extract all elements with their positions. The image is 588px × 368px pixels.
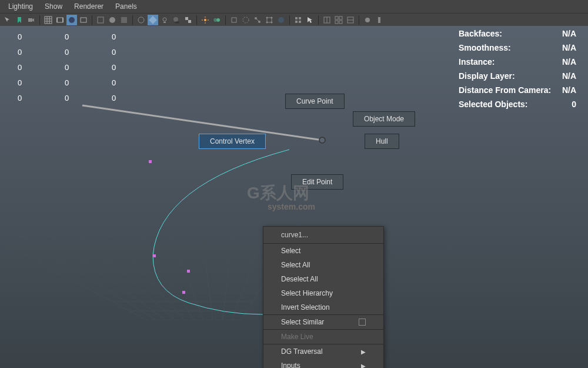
cell: 0 bbox=[65, 32, 112, 41]
xray-icon[interactable] bbox=[240, 15, 251, 25]
shadows-icon[interactable] bbox=[171, 15, 182, 25]
grid-floor bbox=[0, 226, 300, 320]
context-inputs[interactable]: Inputs▶ bbox=[263, 359, 383, 368]
layout-icon[interactable] bbox=[322, 15, 332, 25]
context-select[interactable]: Select bbox=[263, 244, 383, 258]
expose-icon[interactable] bbox=[293, 15, 303, 25]
svg-point-39 bbox=[271, 16, 273, 18]
info-label: Selected Objects: bbox=[459, 100, 553, 114]
motion-blur-icon[interactable] bbox=[212, 15, 222, 25]
gate-mask-icon[interactable] bbox=[66, 15, 77, 25]
curve-point-button[interactable]: Curve Point bbox=[285, 94, 345, 109]
handle-icon[interactable] bbox=[374, 15, 385, 25]
cell: 0 bbox=[18, 94, 65, 102]
light-icon[interactable] bbox=[200, 15, 211, 25]
edit-point-button[interactable]: Edit Point bbox=[291, 174, 343, 190]
svg-point-42 bbox=[278, 17, 284, 23]
cell: 0 bbox=[65, 63, 112, 72]
svg-rect-0 bbox=[28, 18, 32, 22]
context-select-all[interactable]: Select All bbox=[263, 258, 383, 272]
info-label: Display Layer: bbox=[459, 71, 553, 85]
wireframe-icon[interactable] bbox=[95, 15, 106, 25]
menu-renderer[interactable]: Renderer bbox=[68, 1, 109, 12]
select-arrow-icon[interactable] bbox=[305, 15, 315, 25]
textured-icon[interactable] bbox=[119, 15, 129, 25]
cell: 0 bbox=[112, 48, 159, 57]
cell: 0 bbox=[112, 78, 159, 87]
context-deselect-all[interactable]: Deselect All bbox=[263, 272, 383, 286]
cell: 0 bbox=[18, 78, 65, 87]
panel-layout-icon[interactable] bbox=[345, 15, 356, 25]
xray-joint-icon[interactable] bbox=[252, 15, 263, 25]
submenu-arrow-icon: ▶ bbox=[361, 349, 366, 355]
svg-rect-32 bbox=[232, 18, 236, 22]
svg-line-36 bbox=[256, 19, 259, 21]
svg-rect-22 bbox=[185, 20, 188, 23]
context-menu: curve1... Select Select All Deselect All… bbox=[263, 226, 384, 368]
cell: 0 bbox=[112, 63, 159, 72]
menu-lighting[interactable]: Lighting bbox=[2, 1, 39, 12]
context-invert-selection[interactable]: Invert Selection bbox=[263, 300, 383, 314]
wireframe-on-shaded-icon[interactable] bbox=[136, 15, 146, 25]
svg-rect-49 bbox=[335, 16, 338, 19]
svg-point-80 bbox=[319, 137, 325, 143]
svg-point-9 bbox=[69, 17, 75, 23]
svg-point-17 bbox=[173, 17, 178, 22]
context-menu-title: curve1... bbox=[263, 227, 383, 243]
context-select-similar[interactable]: Select Similar bbox=[263, 315, 383, 329]
resolution-icon[interactable] bbox=[78, 15, 89, 25]
context-make-live: Make Live bbox=[263, 330, 383, 344]
checker-icon[interactable] bbox=[183, 15, 193, 25]
control-vertex-button[interactable]: Control Vertex bbox=[199, 134, 266, 149]
depth-icon[interactable] bbox=[276, 15, 286, 25]
info-panel: Backfaces:N/A Smoothness:N/A Instance:N/… bbox=[459, 29, 576, 114]
svg-point-38 bbox=[266, 16, 268, 18]
object-mode-button[interactable]: Object Mode bbox=[353, 111, 415, 127]
svg-point-41 bbox=[271, 21, 273, 23]
svg-rect-37 bbox=[267, 18, 272, 22]
toggle-icon[interactable] bbox=[362, 15, 373, 25]
info-label: Instance: bbox=[459, 57, 553, 71]
info-value: N/A bbox=[553, 85, 576, 100]
multi-layout-icon[interactable] bbox=[333, 15, 344, 25]
xray-component-icon[interactable] bbox=[264, 15, 275, 25]
cell: 0 bbox=[18, 48, 65, 57]
svg-rect-20 bbox=[188, 20, 191, 23]
info-value: N/A bbox=[553, 29, 576, 43]
bookmark-icon[interactable] bbox=[14, 15, 25, 25]
svg-rect-13 bbox=[121, 17, 127, 23]
svg-point-14 bbox=[138, 17, 144, 23]
svg-rect-6 bbox=[57, 18, 63, 22]
menu-panels[interactable]: Panels bbox=[109, 1, 143, 12]
hull-button[interactable]: Hull bbox=[365, 134, 399, 149]
grid-icon[interactable] bbox=[43, 15, 54, 25]
svg-rect-45 bbox=[295, 21, 298, 23]
svg-rect-50 bbox=[339, 16, 342, 19]
svg-rect-81 bbox=[149, 160, 152, 163]
viewport[interactable]: 000 000 000 000 000 Backfaces:N/A Smooth… bbox=[0, 26, 588, 368]
cell: 0 bbox=[18, 32, 65, 41]
svg-rect-10 bbox=[81, 18, 86, 22]
info-value: N/A bbox=[553, 71, 576, 85]
context-dg-traversal[interactable]: DG Traversal▶ bbox=[263, 344, 383, 359]
isolate-icon[interactable] bbox=[229, 15, 239, 25]
menu-show[interactable]: Show bbox=[39, 1, 68, 12]
shaded-icon[interactable] bbox=[107, 15, 118, 25]
svg-rect-11 bbox=[98, 17, 103, 23]
svg-point-40 bbox=[266, 21, 268, 23]
film-gate-icon[interactable] bbox=[55, 15, 65, 25]
context-select-hierarchy[interactable]: Select Hierarchy bbox=[263, 286, 383, 300]
svg-rect-1 bbox=[45, 16, 52, 24]
camera-icon[interactable] bbox=[26, 15, 36, 25]
info-value: 0 bbox=[553, 100, 576, 114]
info-value: N/A bbox=[553, 57, 576, 71]
cell: 0 bbox=[112, 32, 159, 41]
cell: 0 bbox=[65, 94, 112, 102]
menubar: Lighting Show Renderer Panels bbox=[0, 0, 588, 13]
smooth-shade-icon[interactable] bbox=[148, 15, 158, 25]
select-camera-icon[interactable] bbox=[2, 15, 13, 25]
cell: 0 bbox=[18, 63, 65, 72]
cell: 0 bbox=[112, 94, 159, 102]
svg-rect-8 bbox=[62, 18, 64, 22]
use-lights-icon[interactable] bbox=[159, 15, 170, 25]
